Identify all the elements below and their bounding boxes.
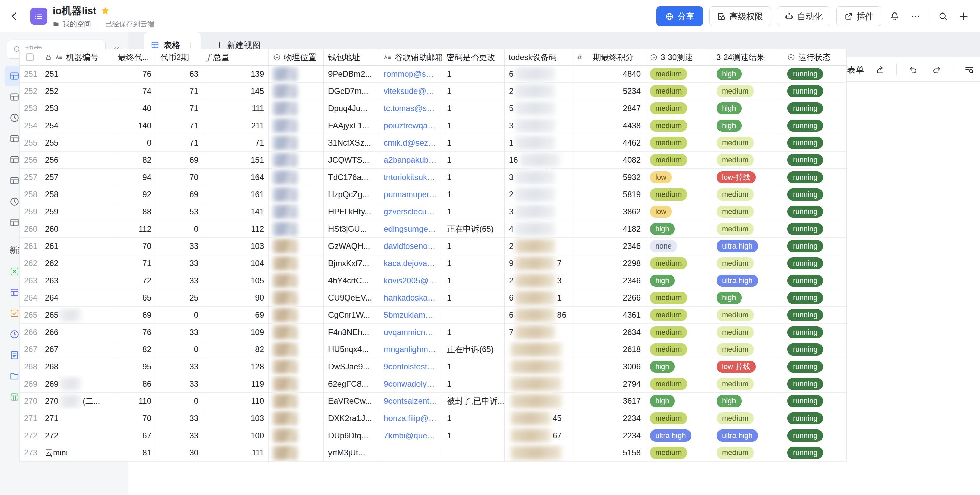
cell-s324[interactable]: medium — [712, 307, 783, 324]
cell-total[interactable]: 103 — [203, 410, 269, 427]
cell-status[interactable]: running — [783, 289, 847, 307]
cell-todesk[interactable]: 23 — [504, 272, 573, 289]
cell-todesk[interactable]: 45 — [504, 410, 573, 427]
cell-machine[interactable]: 云mini — [40, 444, 114, 461]
column-header-wallet[interactable]: 钱包地址 — [324, 49, 379, 65]
cell-total[interactable]: 109 — [203, 324, 269, 341]
cell-total[interactable]: 161 — [203, 186, 269, 203]
cell-wallet[interactable]: 62egFC8... — [324, 375, 379, 393]
cell-final[interactable]: 82 — [114, 341, 156, 358]
cell-todesk[interactable] — [504, 358, 573, 375]
email-link[interactable]: hankadoskarov... — [384, 293, 438, 303]
cell-final[interactable]: 86 — [114, 375, 156, 393]
cell-s330[interactable]: low — [646, 203, 712, 220]
cell-s324[interactable]: medium — [712, 134, 783, 152]
cell-final[interactable]: 110 — [114, 393, 156, 410]
cell-num[interactable]: 256 — [19, 152, 40, 169]
cell-coin2[interactable]: 0 — [156, 341, 203, 358]
cell-final[interactable]: 95 — [114, 358, 156, 375]
cell-location[interactable] — [269, 307, 324, 324]
cell-s324[interactable]: medium — [712, 152, 783, 169]
back-icon[interactable] — [9, 10, 20, 22]
cell-points[interactable]: 4840 — [573, 65, 646, 83]
cell-status[interactable]: running — [783, 375, 847, 393]
cell-pwd[interactable] — [442, 307, 504, 324]
cell-todesk[interactable]: 61 — [504, 289, 573, 307]
cell-status[interactable]: running — [783, 220, 847, 238]
cell-machine[interactable]: 256 — [40, 152, 114, 169]
column-header-points[interactable]: #一期最终积分 — [573, 49, 646, 65]
cell-status[interactable]: running — [783, 255, 847, 272]
cell-todesk[interactable]: 5 — [504, 100, 573, 117]
cell-total[interactable]: 111 — [203, 444, 269, 461]
cell-s330[interactable]: low — [646, 169, 712, 186]
cell-location[interactable] — [269, 169, 324, 186]
cell-machine[interactable]: 268 — [40, 358, 114, 375]
cell-todesk[interactable]: 67 — [504, 427, 573, 444]
cell-status[interactable]: running — [783, 444, 847, 461]
cell-s330[interactable]: high — [646, 272, 712, 289]
cell-email[interactable]: a2banpakubut... — [379, 152, 442, 169]
cell-num[interactable]: 264 — [19, 289, 40, 307]
cell-num[interactable]: 257 — [19, 169, 40, 186]
cell-coin2[interactable]: 70 — [156, 169, 203, 186]
cell-total[interactable]: 71 — [203, 134, 269, 152]
cell-points[interactable]: 4082 — [573, 152, 646, 169]
cell-pwd[interactable]: 1 — [442, 169, 504, 186]
cell-wallet[interactable]: DGcD7m... — [324, 83, 379, 100]
cell-s330[interactable]: medium — [646, 307, 712, 324]
search-icon[interactable] — [935, 9, 950, 24]
cell-todesk[interactable]: 2 — [504, 83, 573, 100]
cell-total[interactable]: 112 — [203, 220, 269, 238]
cell-s330[interactable]: medium — [646, 152, 712, 169]
cell-total[interactable]: 104 — [203, 255, 269, 272]
cell-machine[interactable]: 272 — [40, 427, 114, 444]
cell-wallet[interactable]: DwSJae9... — [324, 358, 379, 375]
cell-s330[interactable]: medium — [646, 100, 712, 117]
cell-location[interactable] — [269, 393, 324, 410]
cell-s324[interactable]: ultra high — [712, 272, 783, 289]
cell-final[interactable]: 65 — [114, 289, 156, 307]
cell-location[interactable] — [269, 83, 324, 100]
cell-points[interactable]: 2346 — [573, 272, 646, 289]
cell-total[interactable]: 82 — [203, 341, 269, 358]
cell-total[interactable]: 103 — [203, 238, 269, 255]
cell-final[interactable]: 70 — [114, 238, 156, 255]
cell-location[interactable] — [269, 238, 324, 255]
cell-final[interactable]: 71 — [114, 255, 156, 272]
cell-pwd[interactable]: 1 — [442, 134, 504, 152]
cell-email[interactable]: gzversclecuniz... — [379, 203, 442, 220]
cell-machine[interactable]: 257 — [40, 169, 114, 186]
email-link[interactable]: cmik.d@sezna... — [384, 138, 438, 148]
cell-todesk[interactable]: 1 — [504, 134, 573, 152]
select-all-checkbox[interactable] — [26, 53, 34, 61]
cell-todesk[interactable]: 7 — [504, 324, 573, 341]
cell-location[interactable] — [269, 358, 324, 375]
column-header-total[interactable]: ƒ总量 — [203, 49, 269, 65]
plugin-button[interactable]: 插件 — [836, 6, 881, 26]
cell-s330[interactable]: medium — [646, 410, 712, 427]
cell-total[interactable]: 119 — [203, 375, 269, 393]
cell-coin2[interactable]: 0 — [156, 307, 203, 324]
cell-todesk[interactable]: 16 — [504, 152, 573, 169]
cell-s324[interactable]: high — [712, 100, 783, 117]
cell-s324[interactable]: ultra high — [712, 238, 783, 255]
share-button[interactable]: 分享 — [656, 6, 703, 26]
cell-pwd[interactable] — [442, 444, 504, 461]
column-header-todesk[interactable]: todesk设备码 — [504, 49, 573, 65]
cell-s324[interactable]: medium — [712, 186, 783, 203]
cell-points[interactable]: 3006 — [573, 358, 646, 375]
cell-location[interactable] — [269, 410, 324, 427]
cell-s330[interactable]: high — [646, 220, 712, 238]
cell-total[interactable]: 90 — [203, 289, 269, 307]
cell-num[interactable]: 261 — [19, 238, 40, 255]
cell-final[interactable]: 76 — [114, 65, 156, 83]
email-link[interactable]: mnganlighmas... — [384, 345, 438, 354]
cell-s330[interactable]: medium — [646, 444, 712, 461]
cell-machine[interactable]: 267 — [40, 341, 114, 358]
share-view-icon[interactable] — [873, 62, 888, 77]
cell-location[interactable] — [269, 186, 324, 203]
cell-s324[interactable]: high — [712, 117, 783, 134]
cell-status[interactable]: running — [783, 117, 847, 134]
cell-status[interactable]: running — [783, 203, 847, 220]
